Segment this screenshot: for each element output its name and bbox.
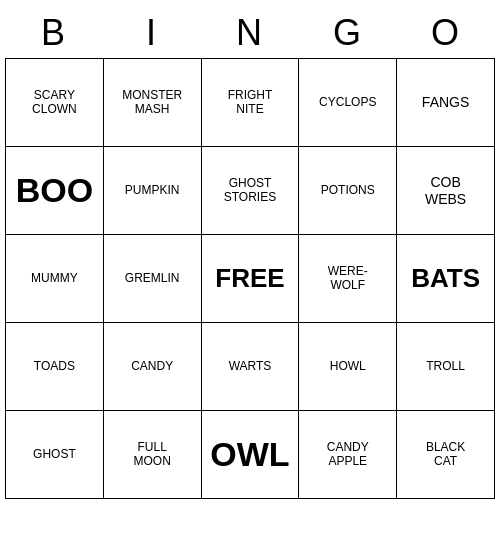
cell-text: SCARY CLOWN [32, 89, 77, 117]
bingo-header: BINGO [5, 8, 495, 58]
bingo-cell: FRIGHT NITE [202, 59, 300, 147]
cell-text: MONSTER MASH [122, 89, 182, 117]
bingo-cell: WERE- WOLF [299, 235, 397, 323]
bingo-cell: HOWL [299, 323, 397, 411]
cell-text: FULL MOON [134, 441, 171, 469]
bingo-cell: BLACK CAT [397, 411, 495, 499]
header-letter: N [201, 8, 299, 58]
bingo-cell: FANGS [397, 59, 495, 147]
cell-text: MUMMY [31, 272, 78, 286]
bingo-cell: SCARY CLOWN [6, 59, 104, 147]
cell-text: GREMLIN [125, 272, 180, 286]
cell-text: WARTS [229, 360, 272, 374]
bingo-cell: GHOST STORIES [202, 147, 300, 235]
bingo-cell: CANDY [104, 323, 202, 411]
bingo-cell: GHOST [6, 411, 104, 499]
bingo-cell: OWL [202, 411, 300, 499]
bingo-grid: SCARY CLOWNMONSTER MASHFRIGHT NITECYCLOP… [5, 58, 495, 499]
cell-text: HOWL [330, 360, 366, 374]
header-letter: O [397, 8, 495, 58]
cell-text: FANGS [422, 94, 469, 110]
cell-text: COB WEBS [425, 174, 466, 206]
bingo-cell: TOADS [6, 323, 104, 411]
bingo-cell: MUMMY [6, 235, 104, 323]
bingo-cell: POTIONS [299, 147, 397, 235]
bingo-cell: MONSTER MASH [104, 59, 202, 147]
bingo-cell: BOO [6, 147, 104, 235]
bingo-cell: FREE [202, 235, 300, 323]
bingo-cell: GREMLIN [104, 235, 202, 323]
bingo-cell: CYCLOPS [299, 59, 397, 147]
cell-text: PUMPKIN [125, 184, 180, 198]
cell-text: WERE- WOLF [328, 265, 368, 293]
bingo-cell: PUMPKIN [104, 147, 202, 235]
bingo-cell: WARTS [202, 323, 300, 411]
cell-text: GHOST [33, 448, 76, 462]
cell-text: GHOST STORIES [224, 177, 276, 205]
bingo-cell: TROLL [397, 323, 495, 411]
header-letter: I [103, 8, 201, 58]
cell-text: FRIGHT NITE [228, 89, 273, 117]
cell-text: BLACK CAT [426, 441, 465, 469]
cell-text: POTIONS [321, 184, 375, 198]
header-letter: B [5, 8, 103, 58]
cell-text: CYCLOPS [319, 96, 376, 110]
header-letter: G [299, 8, 397, 58]
cell-text: OWL [210, 435, 289, 474]
cell-text: TOADS [34, 360, 75, 374]
bingo-cell: FULL MOON [104, 411, 202, 499]
cell-text: FREE [215, 264, 284, 294]
cell-text: CANDY [131, 360, 173, 374]
cell-text: BOO [16, 171, 93, 210]
bingo-cell: COB WEBS [397, 147, 495, 235]
cell-text: TROLL [426, 360, 465, 374]
bingo-cell: CANDY APPLE [299, 411, 397, 499]
bingo-card: BINGO SCARY CLOWNMONSTER MASHFRIGHT NITE… [5, 8, 495, 499]
bingo-cell: BATS [397, 235, 495, 323]
cell-text: CANDY APPLE [327, 441, 369, 469]
cell-text: BATS [411, 264, 480, 294]
